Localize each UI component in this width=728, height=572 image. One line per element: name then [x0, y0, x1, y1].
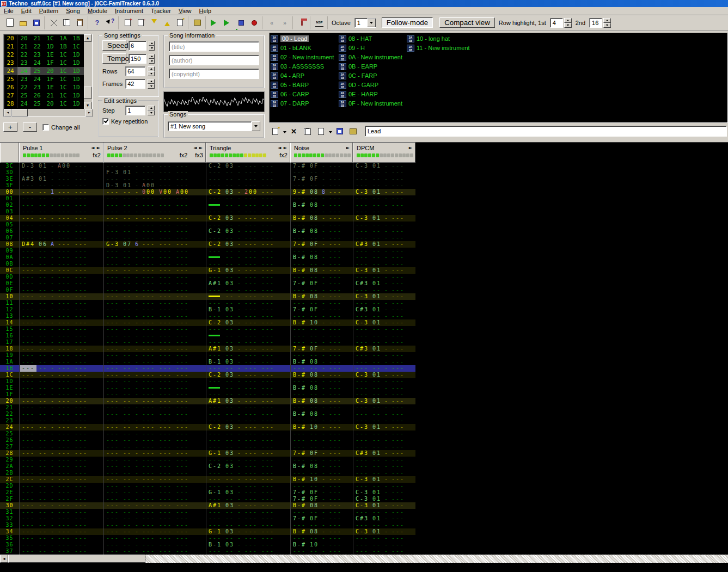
- pattern-cell[interactable]: ---------: [290, 457, 353, 463]
- frame-row-23[interactable]: 2323241F1C1D: [4, 59, 92, 67]
- pattern-cell[interactable]: ---------: [290, 404, 353, 411]
- frame-row-24[interactable]: 242425201C1D: [4, 67, 92, 75]
- pattern-cell[interactable]: ---------: [353, 444, 415, 450]
- pattern-cell[interactable]: B-#08----: [290, 528, 353, 535]
- pattern-cell[interactable]: ------------: [19, 528, 103, 535]
- pattern-cell[interactable]: ------------: [19, 222, 103, 228]
- channel-nav-icons[interactable]: ◄ ►: [193, 145, 203, 150]
- pattern-cell[interactable]: ------------: [206, 326, 290, 333]
- frames-spinner[interactable]: [148, 79, 155, 89]
- menu-file[interactable]: File: [0, 8, 17, 14]
- speed-value[interactable]: 6: [129, 41, 146, 51]
- pattern-cell[interactable]: B-103-------: [206, 359, 290, 365]
- menu-help[interactable]: Help: [195, 8, 216, 14]
- pattern-cell[interactable]: ------------: [206, 287, 290, 293]
- key-repetition-checkbox[interactable]: [102, 118, 109, 125]
- pattern-cell[interactable]: ---------: [353, 326, 415, 333]
- channel-nav-icons[interactable]: ◄ ►: [278, 145, 287, 150]
- pattern-cell[interactable]: ---------------: [103, 430, 206, 437]
- pattern-cell[interactable]: ---------: [353, 365, 415, 372]
- instrument-item-0D[interactable]: 2A030D - GARP: [339, 81, 407, 89]
- pattern-cell[interactable]: ---------------: [103, 411, 206, 417]
- instrument-save-icon[interactable]: [333, 125, 346, 137]
- pattern-cell[interactable]: ---------------: [103, 515, 206, 522]
- pattern-cell[interactable]: C-301----: [353, 528, 415, 535]
- instrument-clone-icon[interactable]: [301, 125, 314, 137]
- pattern-cell[interactable]: ---------: [353, 385, 415, 391]
- menu-song[interactable]: Song: [62, 8, 84, 14]
- channel-nav-icons[interactable]: ►: [409, 145, 413, 150]
- pattern-cell[interactable]: ---------: [290, 391, 353, 398]
- pattern-cell[interactable]: ------------: [19, 417, 103, 424]
- pattern-cell[interactable]: D#406A------: [19, 241, 103, 248]
- pattern-cell[interactable]: ---------: [353, 483, 415, 489]
- instrument-editor-icon[interactable]: [296, 17, 308, 29]
- change-all-checkbox[interactable]: [42, 124, 49, 131]
- pattern-cell[interactable]: C-203-------: [206, 424, 290, 430]
- pattern-cell[interactable]: ------------: [19, 437, 103, 444]
- follow-mode-button[interactable]: Follow-mode: [382, 17, 433, 28]
- pattern-scroll-left-icon[interactable]: ◄: [0, 555, 8, 563]
- pattern-cell[interactable]: B-#08----: [290, 359, 353, 365]
- prev-frame-icon[interactable]: «: [265, 17, 278, 29]
- pattern-cell[interactable]: B-#08----: [290, 502, 353, 509]
- instrument-item-09[interactable]: 2A0309 - H: [339, 44, 407, 52]
- pattern-scroll-thumb[interactable]: [8, 555, 145, 563]
- pattern-cell[interactable]: B-#08----: [290, 385, 353, 391]
- pattern-cell[interactable]: ---------: [353, 430, 415, 437]
- pattern-cell[interactable]: ------------: [19, 352, 103, 359]
- pattern-cell[interactable]: ---------------: [103, 195, 206, 202]
- pattern-cell[interactable]: ------------: [206, 411, 290, 417]
- frame-row-27[interactable]: 272526211C1D: [4, 91, 92, 100]
- channel-header-pulse-1[interactable]: Pulse 1◄ ►fx2: [19, 143, 103, 163]
- row-highlight-1st-spinner[interactable]: [564, 18, 572, 28]
- pattern-cell[interactable]: ---------: [353, 535, 415, 542]
- pattern-cell[interactable]: ---------: [290, 339, 353, 346]
- frames-value[interactable]: 42: [125, 79, 145, 89]
- pattern-cell[interactable]: B-#08----: [290, 411, 353, 417]
- pattern-cell[interactable]: C-301----: [353, 496, 415, 502]
- pattern-cell[interactable]: -----1------: [19, 189, 103, 195]
- pattern-cell[interactable]: B-#10----: [290, 476, 353, 483]
- pattern-cell[interactable]: ------------: [19, 195, 103, 202]
- channel-header-dpcm[interactable]: DPCM►: [353, 143, 415, 163]
- pattern-cell[interactable]: ---------: [290, 548, 353, 555]
- row-highlight-2nd-spinner[interactable]: [603, 18, 611, 28]
- menu-instrument[interactable]: Instrument: [111, 8, 147, 14]
- pattern-cell[interactable]: ---------------: [103, 372, 206, 378]
- pattern-cell[interactable]: ---------------: [103, 228, 206, 235]
- octave-select[interactable]: 1: [354, 18, 376, 28]
- pattern-cell[interactable]: 7-#0F----: [290, 176, 353, 182]
- pattern-cell[interactable]: ------------: [206, 365, 290, 372]
- pattern-cell[interactable]: C-301----: [353, 319, 415, 326]
- paste-icon[interactable]: [74, 17, 86, 29]
- pattern-cell[interactable]: ------------: [206, 208, 290, 215]
- rows-value[interactable]: 64: [125, 66, 145, 76]
- pattern-cell[interactable]: ------------: [19, 404, 103, 411]
- pattern-cell[interactable]: 9-#088---: [290, 189, 353, 195]
- pattern-cell[interactable]: ---------------: [103, 509, 206, 515]
- pattern-cell[interactable]: ---------------: [103, 528, 206, 535]
- pattern-cell[interactable]: C-203-------: [206, 319, 290, 326]
- pattern-cell[interactable]: 7-#0F----: [290, 280, 353, 287]
- title-field[interactable]: (title): [169, 41, 259, 52]
- pattern-cell[interactable]: ------------: [206, 404, 290, 411]
- instrument-item-0C[interactable]: 2A030C - FARP: [339, 71, 407, 80]
- fx-column-label[interactable]: fx2: [279, 152, 287, 158]
- pattern-cell[interactable]: D-301-A00------: [103, 182, 206, 189]
- record-icon[interactable]: [248, 17, 260, 29]
- pattern-cell[interactable]: B-#08----: [290, 228, 353, 235]
- pattern-cell[interactable]: ------------: [19, 391, 103, 398]
- pattern-cell[interactable]: B-#08----: [290, 267, 353, 274]
- scroll-right-icon[interactable]: ►: [85, 109, 93, 116]
- pattern-cell[interactable]: C-301----: [353, 502, 415, 509]
- pattern-cell[interactable]: ------------: [19, 306, 103, 313]
- tempo-spinner[interactable]: [149, 54, 155, 64]
- pattern-cell[interactable]: G-103-------: [206, 450, 290, 457]
- pattern-cell[interactable]: ------------: [19, 333, 103, 339]
- pattern-cell[interactable]: ------------: [19, 254, 103, 261]
- pattern-cell[interactable]: C-203-------: [206, 463, 290, 470]
- pattern-cell[interactable]: ---------------: [103, 463, 206, 470]
- pattern-cell[interactable]: B-#08----: [290, 293, 353, 300]
- pattern-cell[interactable]: ---------------: [103, 470, 206, 476]
